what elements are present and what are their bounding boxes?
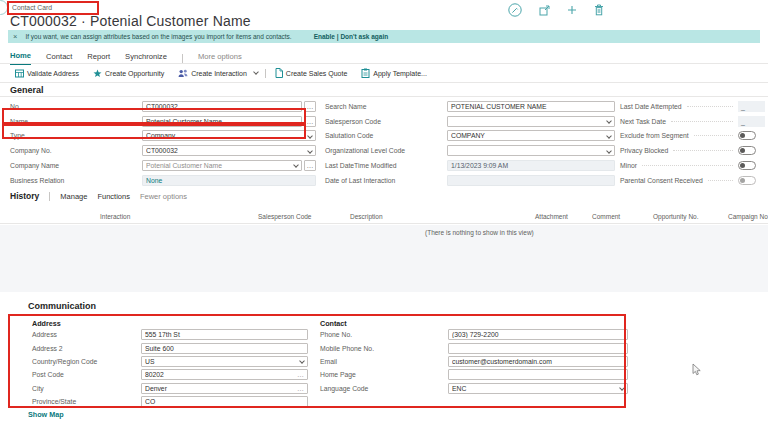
general-heading[interactable]: General <box>10 85 44 95</box>
salutation-code-select[interactable]: COMPANY <box>447 130 615 141</box>
validate-address-icon <box>15 69 24 78</box>
field-row-salesperson-code: Salesperson Code <box>325 114 609 129</box>
company-no-select[interactable]: CT000032 <box>142 145 316 156</box>
chevron-down-icon <box>307 133 313 139</box>
create-opportunity-button[interactable]: Create Opportunity <box>86 69 171 78</box>
dismiss-notification-icon[interactable]: × <box>13 32 17 41</box>
back-icon[interactable] <box>0 0 8 15</box>
communication-contact-column: Phone No. (303) 729-2200 Mobile Phone No… <box>320 328 620 395</box>
no-assist-edit-button[interactable]: … <box>304 101 316 112</box>
email-input[interactable]: customer@customerdomain.com <box>448 356 628 367</box>
apply-template-button[interactable]: Apply Template... <box>354 68 434 78</box>
post-code-lookup-icon[interactable]: … <box>297 371 304 378</box>
notification-actions[interactable]: Enable | Don't ask again <box>314 33 389 40</box>
company-name-assist-edit-button[interactable]: … <box>304 160 316 171</box>
communication-address-column: Address 555 17th St Address 2 Suite 600 … <box>32 328 300 408</box>
apply-template-icon <box>361 68 370 78</box>
address-group-heading: Address <box>32 319 61 328</box>
field-row-organizational-level-code: Organizational Level Code <box>325 143 609 158</box>
tabs-rule <box>0 63 768 64</box>
edit-icon[interactable] <box>508 3 522 17</box>
home-page-input[interactable] <box>448 369 628 380</box>
field-row-date-of-last-interaction: Date of Last Interaction _ <box>325 173 609 188</box>
add-icon[interactable] <box>567 5 577 15</box>
history-fewer-options-button[interactable]: Fewer options <box>140 192 187 201</box>
field-row-business-relation: Business Relation None <box>10 173 308 188</box>
column-attachment[interactable]: Attachment <box>535 213 568 220</box>
general-left-column: No. CT000032 … Name Potenial Customer Na… <box>10 99 308 188</box>
last-datetime-modified-value: 1/13/2023 9:09 AM <box>447 160 615 171</box>
phone-no-input[interactable]: (303) 729-2200 <box>448 329 628 340</box>
column-salesperson-code[interactable]: Salesperson Code <box>258 213 311 220</box>
header-actions <box>508 3 604 17</box>
field-row-last-date-attempted: Last Date Attempted _ <box>620 99 765 114</box>
mobile-phone-no-input[interactable] <box>448 343 628 354</box>
column-campaign-no[interactable]: Campaign No. <box>728 213 768 220</box>
minor-toggle[interactable] <box>738 161 756 170</box>
toolbar-divider <box>265 69 266 78</box>
address-2-input[interactable]: Suite 600 <box>141 343 308 354</box>
delete-icon[interactable] <box>594 4 604 16</box>
general-right-column: Last Date Attempted _ Next Task Date _ E… <box>620 99 765 188</box>
mouse-cursor <box>692 362 701 380</box>
chevron-down-icon <box>307 148 313 154</box>
history-empty-area <box>0 225 768 292</box>
contact-group-heading: Contact <box>320 319 347 328</box>
field-row-address-2: Address 2 Suite 600 <box>32 341 300 354</box>
field-row-language-code: Language Code ENC <box>320 382 620 395</box>
search-name-input[interactable]: POTENIAL CUSTOMER NAME <box>447 101 615 112</box>
chevron-down-icon <box>299 359 305 365</box>
create-sales-quote-icon <box>275 68 283 78</box>
field-row-city: City Denver… <box>32 382 300 395</box>
column-opportunity-no[interactable]: Opportunity No. <box>653 213 699 220</box>
exclude-from-segment-toggle[interactable] <box>738 131 756 140</box>
field-row-mobile-phone-no: Mobile Phone No. <box>320 341 620 354</box>
create-interaction-dropdown-icon[interactable] <box>253 69 259 75</box>
no-input[interactable]: CT000032 <box>142 101 302 112</box>
toolbar: Validate Address Create Opportunity Crea… <box>8 66 434 80</box>
field-row-parental-consent-received: Parental Consent Received <box>620 173 765 188</box>
history-table-header: Interaction Salesperson Code Description… <box>0 208 768 224</box>
create-sales-quote-button[interactable]: Create Sales Quote <box>268 68 354 78</box>
history-manage-button[interactable]: Manage <box>60 192 87 201</box>
name-assist-edit-button[interactable]: … <box>304 116 316 127</box>
history-functions-button[interactable]: Functions <box>97 192 130 201</box>
next-task-date-value: _ <box>738 116 765 127</box>
city-input[interactable]: Denver… <box>141 383 308 394</box>
history-heading[interactable]: History <box>10 191 39 201</box>
organizational-level-code-select[interactable] <box>447 145 615 156</box>
history-empty-text: (There is nothing to show in this view) <box>425 229 534 236</box>
name-input[interactable]: Potenial Customer Name <box>142 116 302 127</box>
field-row-search-name: Search Name POTENIAL CUSTOMER NAME <box>325 99 609 114</box>
province-state-input[interactable]: CO <box>141 396 308 407</box>
show-map-link[interactable]: Show Map <box>28 410 64 419</box>
communication-heading[interactable]: Communication <box>28 301 96 311</box>
business-relation-value[interactable]: None <box>142 175 316 186</box>
type-select[interactable]: Company <box>142 130 316 141</box>
open-in-window-icon[interactable] <box>539 5 550 16</box>
chevron-down-icon <box>619 385 625 391</box>
column-comment[interactable]: Comment <box>592 213 620 220</box>
privacy-blocked-toggle[interactable] <box>738 146 756 155</box>
field-row-country-region-code: Country/Region Code US <box>32 355 300 368</box>
city-lookup-icon[interactable]: … <box>297 385 304 392</box>
address-input[interactable]: 555 17th St <box>141 329 308 340</box>
salesperson-code-select[interactable] <box>447 116 615 127</box>
create-interaction-button[interactable]: Create Interaction <box>171 69 254 78</box>
toolbar-rule <box>0 82 768 83</box>
validate-address-button[interactable]: Validate Address <box>8 69 86 78</box>
company-name-select[interactable]: Potenial Customer Name <box>142 160 302 171</box>
field-row-no: No. CT000032 … <box>10 99 308 114</box>
post-code-input[interactable]: 80202… <box>141 369 308 380</box>
column-description[interactable]: Description <box>350 213 383 220</box>
page-caption: Contact Card <box>12 4 52 11</box>
column-interaction[interactable]: Interaction <box>100 213 130 220</box>
notification-message: If you want, we can assign attributes ba… <box>25 33 291 40</box>
tabs-divider <box>182 54 183 63</box>
field-row-next-task-date: Next Task Date _ <box>620 114 765 129</box>
field-row-province-state: Province/State CO <box>32 395 300 408</box>
language-code-select[interactable]: ENC <box>448 383 628 394</box>
field-row-privacy-blocked: Privacy Blocked <box>620 143 765 158</box>
country-region-code-select[interactable]: US <box>141 356 308 367</box>
field-row-company-no: Company No. CT000032 <box>10 143 308 158</box>
